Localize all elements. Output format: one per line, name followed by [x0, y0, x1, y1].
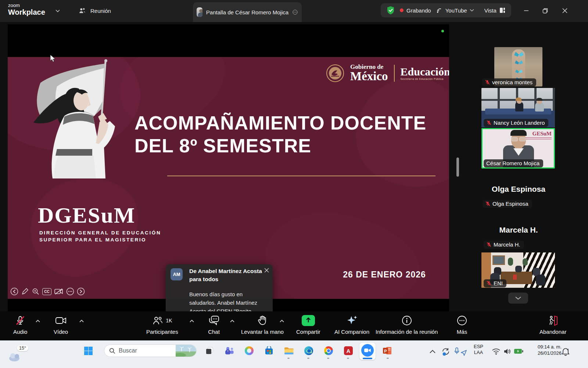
presentation-slide: Gobierno de México Educación Secretaría … — [8, 57, 449, 299]
participant-name: ENI — [494, 280, 503, 286]
meeting-status-pill: Grabando YouTube Vista — [381, 3, 511, 17]
start-button[interactable] — [83, 346, 93, 356]
muted-mic-icon — [486, 280, 492, 286]
slide-title: ACOMPAÑAMIENTO DOCENTE DEL 8º SEMESTRE — [135, 112, 426, 157]
speaker-icon[interactable] — [503, 348, 511, 355]
previous-slide-icon[interactable] — [10, 287, 18, 296]
notification-bell-icon[interactable]: z — [562, 347, 570, 356]
titlebar: zoom Workplace Reunión Pantalla de César… — [0, 0, 588, 22]
video-options-chevron[interactable] — [79, 319, 84, 323]
raise-hand-button[interactable]: Levantar la mano — [241, 315, 284, 335]
mexico-coat-of-arms-icon — [326, 64, 344, 82]
camera-off-icon[interactable] — [54, 287, 64, 296]
battery-icon[interactable] — [514, 348, 523, 354]
audio-options-chevron[interactable] — [35, 319, 40, 323]
tray-mic-icon[interactable] — [454, 347, 459, 355]
clock-date: 26/01/2026 — [525, 350, 562, 356]
muted-mic-icon — [485, 79, 490, 85]
tab-shared-screen[interactable]: Pantalla de César Romero Mojica — [193, 2, 302, 22]
raise-hand-options-chevron[interactable] — [279, 319, 284, 323]
chat-button[interactable]: Chat — [208, 315, 220, 335]
scrollbar-thumb[interactable] — [456, 158, 459, 177]
participant-bigname-marcela: Marcela H. — [449, 226, 588, 234]
logo-workplace-text: Workplace — [8, 8, 45, 17]
teams-app-icon[interactable]: T — [224, 346, 234, 356]
acrobat-app-icon[interactable]: A — [343, 346, 354, 356]
muted-mic-icon — [486, 120, 492, 125]
close-button[interactable] — [557, 4, 572, 17]
participants-label: Participantes — [146, 329, 178, 335]
svg-text:P: P — [384, 349, 387, 353]
ai-companion-button[interactable]: AI Companion — [334, 315, 369, 335]
cloud-icon — [8, 351, 24, 362]
raised-hand-icon — [257, 315, 268, 326]
broadcast-icon — [436, 7, 443, 14]
tab-more-icon[interactable] — [292, 7, 298, 17]
edu-title: Educación — [401, 66, 449, 78]
search-highlight-image — [176, 345, 196, 357]
leave-label: Abandonar — [539, 329, 566, 335]
chat-popup-close-icon[interactable] — [264, 268, 269, 273]
audio-label: Audio — [13, 329, 27, 335]
participants-button[interactable]: 1K Participantes — [146, 315, 178, 335]
participants-options-chevron[interactable] — [189, 319, 194, 323]
next-slide-icon[interactable] — [77, 287, 85, 296]
more-button[interactable]: Más — [456, 315, 467, 335]
closed-captions-icon[interactable]: CC — [42, 288, 51, 295]
copilot-app-icon[interactable] — [244, 346, 254, 356]
muted-mic-icon — [485, 201, 491, 206]
taskbar-search[interactable]: Buscar — [104, 344, 197, 357]
tray-clock[interactable]: 09:14 a. m. 26/01/2026 — [525, 344, 562, 356]
more-participants-button[interactable] — [508, 293, 528, 304]
gov-logo-text: Gobierno de México — [350, 64, 388, 82]
leave-meeting-icon — [547, 315, 559, 326]
chat-options-chevron[interactable] — [230, 319, 235, 323]
store-app-icon[interactable] — [264, 346, 274, 356]
language-indicator[interactable]: ESP LAA — [471, 344, 486, 355]
sync-status-icon[interactable] — [441, 347, 451, 356]
participant-label-nancy: Nancy León Landero — [484, 119, 548, 127]
muted-mic-icon — [486, 242, 492, 247]
powerpoint-app-icon[interactable]: P — [382, 346, 392, 356]
tab-meeting[interactable]: Reunión — [78, 7, 111, 15]
wifi-icon[interactable] — [492, 348, 501, 355]
edge-icon — [304, 346, 313, 355]
view-label: Vista — [484, 7, 496, 14]
file-explorer-app-icon[interactable] — [284, 346, 294, 356]
weather-widget[interactable]: 15° — [7, 343, 32, 365]
zoom-magnifier-icon[interactable] — [32, 287, 40, 296]
org-acronym: DGESuM — [38, 203, 135, 228]
recording-indicator[interactable]: Grabando — [400, 7, 431, 14]
acrobat-icon: A — [344, 346, 353, 355]
leave-button[interactable]: Abandonar — [539, 315, 566, 335]
youtube-stream-control[interactable]: YouTube — [436, 7, 474, 14]
location-in-use-icon[interactable] — [460, 350, 467, 356]
meeting-info-button[interactable]: Información de la reunión — [376, 315, 438, 335]
video-label: Vídeo — [54, 329, 68, 335]
pen-icon[interactable] — [21, 287, 29, 296]
maximize-button[interactable] — [538, 4, 552, 17]
minimize-button[interactable] — [519, 4, 534, 17]
edu-logo-text: Educación Secretaría de Educación Públic… — [401, 66, 449, 80]
audio-button[interactable]: Audio — [13, 315, 27, 335]
zoom-app-active[interactable] — [359, 343, 376, 360]
video-button[interactable]: Vídeo — [54, 315, 68, 335]
microsoft-store-icon — [265, 346, 273, 355]
mouse-cursor — [50, 54, 56, 63]
edge-app-icon[interactable] — [304, 346, 314, 356]
security-shield-icon[interactable] — [387, 6, 395, 15]
slide-title-line1: ACOMPAÑAMIENTO DOCENTE — [135, 112, 426, 134]
view-control[interactable]: Vista — [484, 7, 505, 14]
more-options-icon[interactable] — [66, 287, 74, 296]
share-button[interactable]: Compartir — [296, 315, 320, 335]
zoom-workplace-logo[interactable]: zoom Workplace — [8, 3, 45, 17]
task-view-button[interactable] — [204, 346, 215, 356]
search-icon — [109, 348, 115, 354]
more-label: Más — [457, 329, 467, 335]
chrome-app-icon[interactable] — [323, 346, 334, 356]
share-active-dot — [441, 30, 444, 32]
participant-name: Olga Espinosa — [492, 201, 528, 207]
workspace-chevron-down-icon[interactable] — [55, 9, 60, 13]
gov-line2: México — [350, 70, 388, 82]
tray-chevron-up-icon[interactable] — [429, 350, 436, 354]
